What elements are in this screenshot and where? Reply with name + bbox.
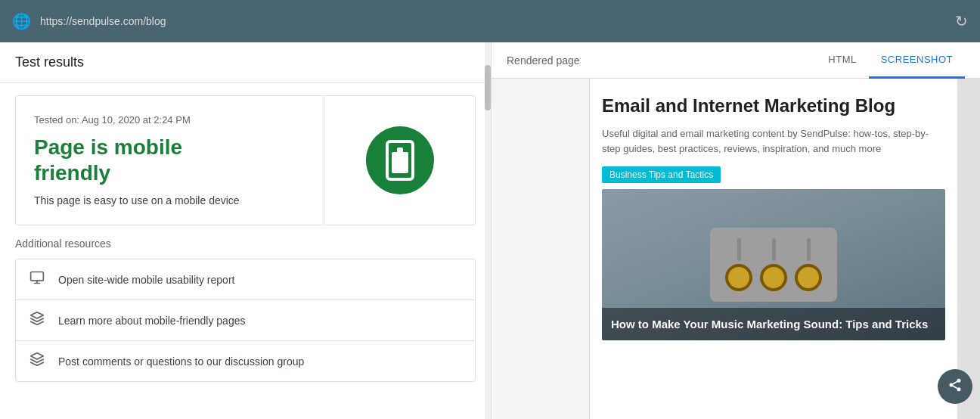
- svg-line-8: [953, 386, 957, 388]
- phone-outline-icon: [386, 140, 414, 181]
- additional-resources-section: Additional resources Open site-wide mobi…: [0, 237, 491, 394]
- test-results-header: Test results: [0, 42, 491, 83]
- svg-rect-0: [31, 272, 44, 281]
- blog-tag: Business Tips and Tactics: [602, 166, 721, 183]
- tab-screenshot[interactable]: SCREENSHOT: [869, 42, 965, 79]
- resource-item-discuss[interactable]: Post comments or questions to our discus…: [16, 341, 475, 381]
- result-card: Tested on: Aug 10, 2020 at 2:24 PM Page …: [15, 95, 476, 225]
- resource-item-discuss-label: Post comments or questions to our discus…: [58, 355, 304, 368]
- resource-item-learn-label: Learn more about mobile-friendly pages: [58, 315, 245, 327]
- blog-article-image: How to Make Your Music Marketing Sound: …: [602, 189, 945, 340]
- scroll-thumb[interactable]: [485, 65, 491, 110]
- tab-html[interactable]: HTML: [816, 42, 868, 79]
- resource-item-usability[interactable]: Open site-wide mobile usability report: [16, 259, 475, 300]
- mobile-friendly-icon: [366, 126, 434, 194]
- svg-line-9: [953, 381, 957, 383]
- tested-on-label: Tested on: Aug 10, 2020 at 2:24 PM: [34, 114, 305, 126]
- right-panel-tabs: Rendered page HTML SCREENSHOT: [492, 42, 980, 79]
- svg-point-6: [950, 383, 954, 386]
- svg-point-7: [957, 387, 961, 391]
- share-icon: [947, 377, 963, 396]
- svg-marker-4: [31, 353, 44, 359]
- blog-title: Email and Internet Marketing Blog: [602, 94, 945, 117]
- discuss-icon: [28, 352, 46, 371]
- rendered-page-content: Email and Internet Marketing Blog Useful…: [492, 79, 980, 419]
- page-status-label: Page is mobilefriendly: [34, 135, 305, 185]
- share-button[interactable]: [938, 369, 972, 404]
- refresh-icon[interactable]: ↻: [955, 12, 968, 30]
- result-card-icon-area: [324, 96, 475, 225]
- phone-screen-icon: [392, 152, 408, 173]
- blog-preview: Email and Internet Marketing Blog Useful…: [492, 79, 980, 419]
- top-bar: 🌐 https://sendpulse.com/blog ↻: [0, 0, 980, 42]
- blog-main-content: Email and Internet Marketing Blog Useful…: [590, 79, 957, 419]
- resource-item-usability-label: Open site-wide mobile usability report: [58, 274, 234, 286]
- blog-subtitle: Useful digital and email marketing conte…: [602, 126, 945, 156]
- resource-item-learn[interactable]: Learn more about mobile-friendly pages: [16, 300, 475, 341]
- blog-right-strip: [957, 79, 980, 419]
- svg-marker-3: [31, 312, 44, 318]
- scrollbar[interactable]: [485, 42, 491, 419]
- learn-icon: [28, 311, 46, 330]
- blog-card-overlay: How to Make Your Music Marketing Sound: …: [602, 308, 945, 341]
- globe-icon: 🌐: [12, 12, 31, 30]
- additional-resources-title: Additional resources: [15, 237, 476, 250]
- rendered-page-label: Rendered page: [507, 54, 816, 67]
- blog-card-article-title: How to Make Your Music Marketing Sound: …: [611, 317, 936, 332]
- main-container: Test results Tested on: Aug 10, 2020 at …: [0, 42, 980, 419]
- right-panel: Rendered page HTML SCREENSHOT Email and …: [492, 42, 980, 419]
- usability-report-icon: [28, 270, 46, 289]
- resource-list: Open site-wide mobile usability report L…: [15, 259, 476, 382]
- left-panel: Test results Tested on: Aug 10, 2020 at …: [0, 42, 492, 419]
- blog-left-strip: [492, 79, 590, 419]
- svg-point-5: [957, 378, 961, 382]
- result-card-content: Tested on: Aug 10, 2020 at 2:24 PM Page …: [16, 99, 324, 222]
- url-display: https://sendpulse.com/blog: [40, 15, 946, 27]
- page-status-description: This page is easy to use on a mobile dev…: [34, 194, 305, 206]
